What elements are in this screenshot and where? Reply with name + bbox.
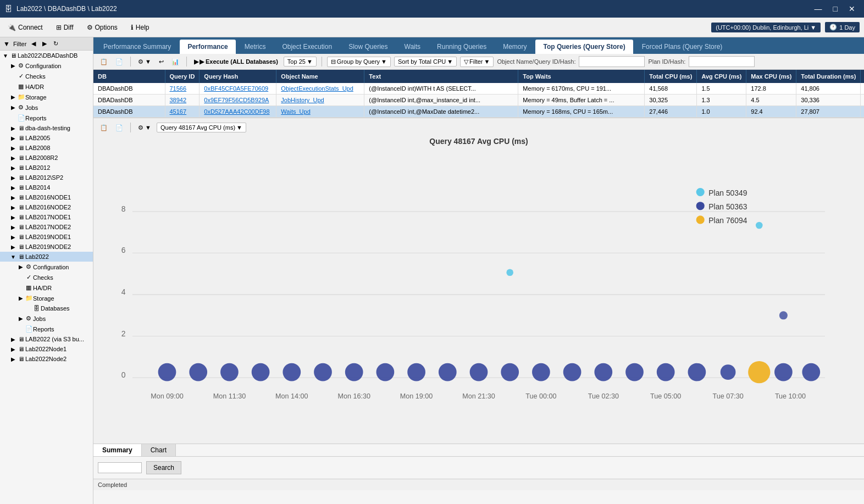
tree-expand-icon[interactable]: ▶ [10, 145, 16, 151]
tab-forced-plans-query-store[interactable]: Forced Plans (Query Store) [634, 40, 730, 54]
connect-button[interactable]: 🔌 Connect [4, 23, 46, 32]
timezone-badge[interactable]: (UTC+00:00) Dublin, Edinburgh, Li ▼ [711, 23, 821, 32]
tree-item[interactable]: ▼🖥Lab2022 [0, 252, 93, 262]
table-row[interactable]: DBADashDB715660xBF45CF0A5FE70609ObjectEx… [93, 83, 864, 95]
tab-running-queries[interactable]: Running Queries [429, 40, 494, 54]
top-dropdown[interactable]: Top 25 ▼ [284, 57, 317, 67]
tree-expand-icon[interactable]: ▶ [10, 234, 16, 240]
tree-item[interactable]: ✓Checks [0, 272, 93, 283]
tree-item[interactable]: ▼🖥Lab2022\DBADashDB [0, 51, 93, 60]
tab-memory[interactable]: Memory [495, 40, 534, 54]
tree-item[interactable]: 📄Reports [0, 113, 93, 123]
tree-expand-icon[interactable]: ▶ [10, 204, 16, 211]
bottom-tab-chart[interactable]: Chart [142, 444, 176, 456]
tree-item[interactable]: ▶📁Storage [0, 92, 93, 102]
tree-expand-icon[interactable]: ▶ [10, 195, 16, 201]
tree-item[interactable]: ✓Checks [0, 71, 93, 81]
tree-expand-icon[interactable]: ▶ [10, 185, 16, 191]
options-button[interactable]: ⚙ Options [84, 23, 121, 32]
forward-button[interactable]: ▶ [41, 40, 48, 48]
search-input[interactable] [98, 462, 142, 473]
timerange-badge[interactable]: 🕐 1 Day [825, 22, 860, 32]
table-row[interactable]: DBADashDB389420x9EF79F56CD5B929AJobHisto… [93, 95, 864, 106]
column-header-max-cpu-ms[interactable]: Max CPU (ms) [746, 70, 796, 83]
tree-item[interactable]: ▶🖥LAB2016NODE2 [0, 202, 93, 212]
tab-object-execution[interactable]: Object Execution [274, 40, 340, 54]
chart-copy-button[interactable]: 📋 [98, 123, 110, 132]
tree-item[interactable]: ▶🖥LAB2014 [0, 182, 93, 192]
tree-item[interactable]: 🗄Databases [0, 303, 93, 313]
tree-item[interactable]: ▶🖥LAB2019NODE2 [0, 242, 93, 252]
table-cell[interactable]: 0xBF45CF0A5FE70609 [200, 83, 276, 95]
undo-button[interactable]: ↩ [157, 57, 166, 67]
tree-item[interactable]: ▶🖥LAB2012\SP2 [0, 173, 93, 182]
tab-performance[interactable]: Performance [180, 40, 235, 54]
tree-item[interactable]: ▶🖥Lab2022Node2 [0, 354, 93, 364]
tree-expand-icon[interactable]: ▶ [10, 155, 16, 161]
tree-expand-icon[interactable]: ▶ [10, 135, 16, 141]
tree-expand-icon[interactable]: ▶ [10, 346, 16, 352]
tree-expand-icon[interactable]: ▶ [10, 224, 16, 230]
back-button[interactable]: ◀ [30, 40, 37, 48]
sidebar[interactable]: ▼ Filter ◀ ▶ ↻ ▼🖥Lab2022\DBADashDB▶⚙Conf… [0, 37, 93, 504]
plan-id-input[interactable] [689, 56, 755, 67]
tab-slow-queries[interactable]: Slow Queries [341, 40, 395, 54]
column-header-avg-cpu-ms[interactable]: Avg CPU (ms) [697, 70, 746, 83]
tab-top-queries-query-store[interactable]: Top Queries (Query Store) [535, 40, 633, 54]
tree-item[interactable]: ▶⚙Configuration [0, 262, 93, 272]
column-header-total-cpu-ms[interactable]: Total CPU (ms) [645, 70, 697, 83]
tree-item[interactable]: ▶🖥LAB2022 (via S3 bu... [0, 334, 93, 344]
tree-expand-icon[interactable]: ▶ [10, 175, 16, 181]
chart-export-button[interactable]: 📄 [113, 123, 125, 132]
column-header-query-hash[interactable]: Query Hash [200, 70, 276, 83]
column-header-text[interactable]: Text [364, 70, 518, 83]
diff-button[interactable]: ⊞ Diff [53, 23, 77, 32]
tab-waits[interactable]: Waits [397, 40, 429, 54]
tree-expand-icon[interactable]: ▶ [10, 244, 16, 250]
table-cell[interactable]: JobHistory_Upd [276, 95, 364, 106]
table-row[interactable]: DBADashDB451670xD527AAA42C00DF98Waits_Up… [93, 106, 864, 118]
copy-csv-button[interactable]: 📄 [113, 57, 125, 67]
column-header-query-id[interactable]: Query ID [165, 70, 200, 83]
tree-expand-icon[interactable]: ▶ [10, 94, 16, 100]
tree-expand-icon[interactable]: ▶ [10, 214, 16, 220]
tree-expand-icon[interactable]: ▼ [2, 53, 9, 59]
minimize-button[interactable]: — [810, 3, 827, 14]
tree-item[interactable]: ▶🖥LAB2012 [0, 163, 93, 173]
execute-button[interactable]: ▶ ▶ Execute (ALL Databases) [192, 57, 280, 67]
tree-expand-icon[interactable]: ▶ [10, 104, 16, 110]
metric-dropdown[interactable]: Query 48167 Avg CPU (ms) ▼ [157, 123, 246, 132]
column-header-db[interactable]: DB [93, 70, 165, 83]
tree-expand-icon[interactable]: ▶ [18, 315, 24, 322]
column-header-av-du...[interactable]: Av Du... [861, 70, 864, 83]
table-cell[interactable]: 0x9EF79F56CD5B929A [200, 95, 276, 106]
sortby-dropdown[interactable]: Sort by Total CPU ▼ [394, 57, 457, 67]
tree-expand-icon[interactable]: ▼ [10, 254, 16, 260]
table-cell[interactable]: 45167 [165, 106, 200, 118]
refresh-sidebar-button[interactable]: ↻ [52, 40, 60, 48]
tree-item[interactable]: ▶⚙Jobs [0, 102, 93, 113]
tree-expand-icon[interactable]: ▶ [10, 165, 16, 171]
tree-expand-icon[interactable]: ▶ [10, 125, 16, 131]
tree-item[interactable]: ▶🖥LAB2019NODE1 [0, 232, 93, 242]
table-cell[interactable]: ObjectExecutionStats_Upd [276, 83, 364, 95]
table-cell[interactable]: 38942 [165, 95, 200, 106]
tree-item[interactable]: ▶🖥dba-dash-testing [0, 123, 93, 133]
tree-expand-icon[interactable]: ▶ [18, 264, 24, 270]
tree-item[interactable]: ▶🖥LAB2008 [0, 143, 93, 153]
tree-expand-icon[interactable]: ▶ [10, 356, 16, 362]
tree-expand-icon[interactable]: ▶ [10, 336, 16, 342]
tree-item[interactable]: ▶🖥LAB2017NODE1 [0, 212, 93, 222]
filter-dropdown[interactable]: ▽ Filter ▼ [460, 57, 494, 67]
tree-item[interactable]: ▶🖥LAB2016NODE1 [0, 192, 93, 202]
tree-item[interactable]: ▶🖥Lab2022Node1 [0, 344, 93, 354]
column-header-top-waits[interactable]: Top Waits [518, 70, 645, 83]
search-button[interactable]: Search [146, 461, 181, 474]
export-button[interactable]: 📊 [169, 57, 181, 67]
table-cell[interactable]: 71566 [165, 83, 200, 95]
tree-item[interactable]: ▶📁Storage [0, 293, 93, 303]
tree-item[interactable]: ▶🖥LAB2005 [0, 133, 93, 143]
column-header-object-name[interactable]: Object Name [276, 70, 364, 83]
bottom-tab-summary[interactable]: Summary [93, 444, 142, 456]
settings-button[interactable]: ⚙ ▼ [136, 57, 153, 67]
